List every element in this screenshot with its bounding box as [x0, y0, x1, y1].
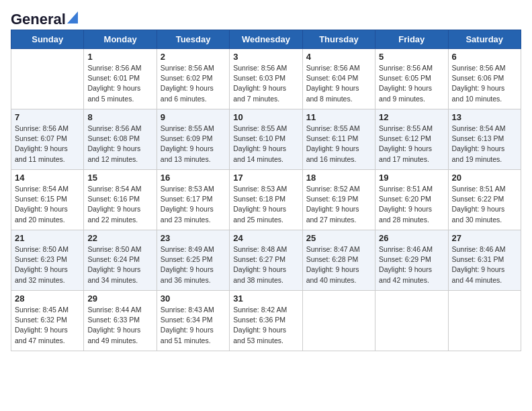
day-detail: Sunrise: 8:54 AMSunset: 6:13 PMDaylight:…	[452, 124, 517, 165]
day-detail: Sunrise: 8:44 AMSunset: 6:33 PMDaylight:…	[87, 305, 152, 346]
day-detail: Sunrise: 8:56 AMSunset: 6:02 PMDaylight:…	[161, 63, 226, 104]
calendar-cell: 19 Sunrise: 8:51 AMSunset: 6:20 PMDaylig…	[375, 170, 448, 230]
day-detail: Sunrise: 8:42 AMSunset: 6:36 PMDaylight:…	[233, 305, 298, 346]
calendar-week-row: 1 Sunrise: 8:56 AMSunset: 6:01 PMDayligh…	[11, 49, 521, 109]
calendar-cell	[375, 291, 448, 351]
day-detail: Sunrise: 8:46 AMSunset: 6:31 PMDaylight:…	[452, 244, 517, 285]
calendar-cell: 28 Sunrise: 8:45 AMSunset: 6:32 PMDaylig…	[11, 291, 84, 351]
page-header: General	[11, 11, 521, 24]
calendar-cell: 31 Sunrise: 8:42 AMSunset: 6:36 PMDaylig…	[230, 291, 302, 351]
day-number: 23	[161, 233, 226, 243]
day-detail: Sunrise: 8:56 AMSunset: 6:03 PMDaylight:…	[233, 63, 298, 104]
calendar-cell: 14 Sunrise: 8:54 AMSunset: 6:15 PMDaylig…	[11, 170, 84, 230]
calendar-cell: 2 Sunrise: 8:56 AMSunset: 6:02 PMDayligh…	[157, 49, 229, 109]
calendar-week-row: 14 Sunrise: 8:54 AMSunset: 6:15 PMDaylig…	[11, 170, 521, 230]
day-number: 12	[379, 112, 444, 122]
calendar-cell: 25 Sunrise: 8:47 AMSunset: 6:28 PMDaylig…	[302, 230, 375, 291]
day-detail: Sunrise: 8:48 AMSunset: 6:27 PMDaylight:…	[233, 244, 298, 285]
day-detail: Sunrise: 8:47 AMSunset: 6:28 PMDaylight:…	[306, 244, 371, 285]
logo-general: General	[11, 11, 66, 28]
day-detail: Sunrise: 8:46 AMSunset: 6:29 PMDaylight:…	[379, 244, 444, 285]
calendar-cell: 30 Sunrise: 8:43 AMSunset: 6:34 PMDaylig…	[157, 291, 229, 351]
day-number: 25	[306, 233, 371, 243]
day-number: 29	[87, 293, 152, 304]
calendar-header-row: SundayMondayTuesdayWednesdayThursdayFrid…	[11, 30, 521, 49]
day-detail: Sunrise: 8:56 AMSunset: 6:08 PMDaylight:…	[87, 124, 152, 165]
day-number: 18	[306, 173, 371, 183]
calendar-cell: 24 Sunrise: 8:48 AMSunset: 6:27 PMDaylig…	[230, 230, 302, 291]
calendar-cell: 7 Sunrise: 8:56 AMSunset: 6:07 PMDayligh…	[11, 109, 84, 170]
day-number: 27	[452, 233, 517, 243]
calendar-cell: 11 Sunrise: 8:55 AMSunset: 6:11 PMDaylig…	[302, 109, 375, 170]
day-detail: Sunrise: 8:45 AMSunset: 6:32 PMDaylight:…	[15, 305, 80, 346]
calendar-cell: 6 Sunrise: 8:56 AMSunset: 6:06 PMDayligh…	[448, 49, 521, 109]
calendar-cell: 1 Sunrise: 8:56 AMSunset: 6:01 PMDayligh…	[84, 49, 157, 109]
calendar-cell: 20 Sunrise: 8:51 AMSunset: 6:22 PMDaylig…	[448, 170, 521, 230]
day-detail: Sunrise: 8:55 AMSunset: 6:12 PMDaylight:…	[379, 124, 444, 165]
day-header-tuesday: Tuesday	[157, 30, 229, 49]
calendar-cell: 26 Sunrise: 8:46 AMSunset: 6:29 PMDaylig…	[375, 230, 448, 291]
day-detail: Sunrise: 8:53 AMSunset: 6:18 PMDaylight:…	[233, 184, 298, 225]
calendar-week-row: 7 Sunrise: 8:56 AMSunset: 6:07 PMDayligh…	[11, 109, 521, 170]
day-number: 3	[233, 52, 298, 62]
calendar-cell: 17 Sunrise: 8:53 AMSunset: 6:18 PMDaylig…	[230, 170, 302, 230]
day-number: 30	[161, 293, 226, 304]
day-detail: Sunrise: 8:55 AMSunset: 6:10 PMDaylight:…	[233, 124, 298, 165]
day-number: 28	[15, 293, 80, 304]
calendar-cell: 29 Sunrise: 8:44 AMSunset: 6:33 PMDaylig…	[84, 291, 157, 351]
day-number: 16	[161, 173, 226, 183]
day-number: 26	[379, 233, 444, 243]
day-detail: Sunrise: 8:56 AMSunset: 6:07 PMDaylight:…	[15, 124, 80, 165]
day-detail: Sunrise: 8:43 AMSunset: 6:34 PMDaylight:…	[161, 305, 226, 346]
calendar-cell: 22 Sunrise: 8:50 AMSunset: 6:24 PMDaylig…	[84, 230, 157, 291]
day-number: 1	[87, 52, 152, 62]
day-detail: Sunrise: 8:54 AMSunset: 6:15 PMDaylight:…	[15, 184, 80, 225]
day-detail: Sunrise: 8:50 AMSunset: 6:24 PMDaylight:…	[87, 244, 152, 285]
day-detail: Sunrise: 8:53 AMSunset: 6:17 PMDaylight:…	[161, 184, 226, 225]
calendar-cell: 10 Sunrise: 8:55 AMSunset: 6:10 PMDaylig…	[230, 109, 302, 170]
calendar-cell: 16 Sunrise: 8:53 AMSunset: 6:17 PMDaylig…	[157, 170, 229, 230]
day-number: 6	[452, 52, 517, 62]
day-detail: Sunrise: 8:51 AMSunset: 6:22 PMDaylight:…	[452, 184, 517, 225]
day-detail: Sunrise: 8:56 AMSunset: 6:05 PMDaylight:…	[379, 63, 444, 104]
day-number: 11	[306, 112, 371, 122]
calendar-cell	[11, 49, 84, 109]
day-number: 8	[87, 112, 152, 122]
day-number: 15	[87, 173, 152, 183]
day-number: 4	[306, 52, 371, 62]
logo: General	[11, 11, 78, 24]
day-detail: Sunrise: 8:56 AMSunset: 6:04 PMDaylight:…	[306, 63, 371, 104]
calendar-cell: 13 Sunrise: 8:54 AMSunset: 6:13 PMDaylig…	[448, 109, 521, 170]
logo-triangle-icon	[67, 11, 78, 24]
day-detail: Sunrise: 8:51 AMSunset: 6:20 PMDaylight:…	[379, 184, 444, 225]
day-number: 10	[233, 112, 298, 122]
day-detail: Sunrise: 8:55 AMSunset: 6:09 PMDaylight:…	[161, 124, 226, 165]
calendar-cell: 4 Sunrise: 8:56 AMSunset: 6:04 PMDayligh…	[302, 49, 375, 109]
day-header-saturday: Saturday	[448, 30, 521, 49]
day-number: 14	[15, 173, 80, 183]
day-detail: Sunrise: 8:54 AMSunset: 6:16 PMDaylight:…	[87, 184, 152, 225]
calendar-cell: 8 Sunrise: 8:56 AMSunset: 6:08 PMDayligh…	[84, 109, 157, 170]
calendar-table: SundayMondayTuesdayWednesdayThursdayFrid…	[11, 30, 521, 351]
day-detail: Sunrise: 8:56 AMSunset: 6:01 PMDaylight:…	[87, 63, 152, 104]
day-detail: Sunrise: 8:49 AMSunset: 6:25 PMDaylight:…	[161, 244, 226, 285]
day-detail: Sunrise: 8:50 AMSunset: 6:23 PMDaylight:…	[15, 244, 80, 285]
day-detail: Sunrise: 8:52 AMSunset: 6:19 PMDaylight:…	[306, 184, 371, 225]
day-header-sunday: Sunday	[11, 30, 84, 49]
calendar-cell: 12 Sunrise: 8:55 AMSunset: 6:12 PMDaylig…	[375, 109, 448, 170]
svg-marker-0	[67, 11, 78, 24]
calendar-cell: 3 Sunrise: 8:56 AMSunset: 6:03 PMDayligh…	[230, 49, 302, 109]
calendar-cell: 5 Sunrise: 8:56 AMSunset: 6:05 PMDayligh…	[375, 49, 448, 109]
calendar-cell: 9 Sunrise: 8:55 AMSunset: 6:09 PMDayligh…	[157, 109, 229, 170]
day-number: 31	[233, 293, 298, 304]
day-number: 5	[379, 52, 444, 62]
day-header-friday: Friday	[375, 30, 448, 49]
day-number: 13	[452, 112, 517, 122]
calendar-cell	[302, 291, 375, 351]
calendar-cell: 23 Sunrise: 8:49 AMSunset: 6:25 PMDaylig…	[157, 230, 229, 291]
calendar-cell: 15 Sunrise: 8:54 AMSunset: 6:16 PMDaylig…	[84, 170, 157, 230]
calendar-week-row: 28 Sunrise: 8:45 AMSunset: 6:32 PMDaylig…	[11, 291, 521, 351]
calendar-cell: 18 Sunrise: 8:52 AMSunset: 6:19 PMDaylig…	[302, 170, 375, 230]
day-number: 2	[161, 52, 226, 62]
calendar-week-row: 21 Sunrise: 8:50 AMSunset: 6:23 PMDaylig…	[11, 230, 521, 291]
